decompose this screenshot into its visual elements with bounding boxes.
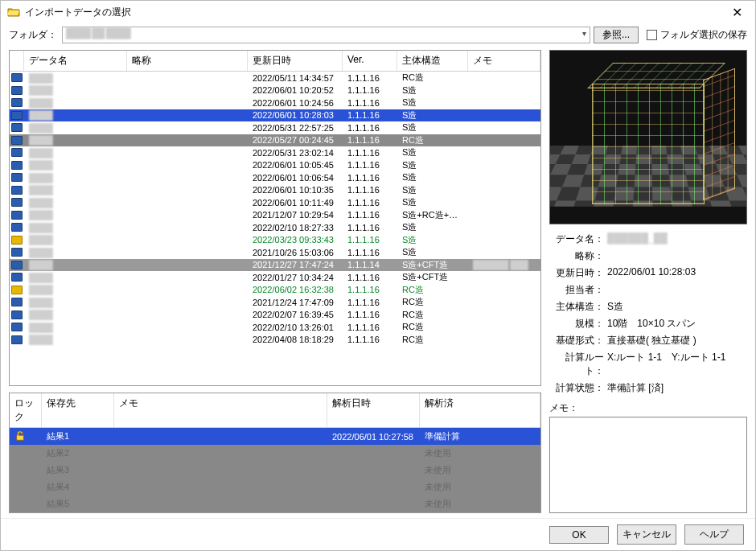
table-row[interactable]: ████2021/12/07 10:29:541.1.1.16S造+RC造+SR… <box>10 209 540 222</box>
file-icon <box>11 223 23 232</box>
col-struct[interactable]: 主体構造 <box>397 51 468 71</box>
col-lock[interactable]: ロック <box>10 393 42 427</box>
col-adate[interactable]: 解析日時 <box>327 393 420 427</box>
folder-path-combo[interactable]: ████ ██ ████ <box>62 27 590 43</box>
result-row[interactable]: 結果12022/06/01 10:27:58準備計算 <box>10 428 540 445</box>
file-icon <box>11 98 23 107</box>
result-row: 結果4未使用 <box>10 479 540 495</box>
file-icon <box>11 310 23 319</box>
table-row[interactable]: ████2022/06/02 16:32:381.1.1.16RC造 <box>10 284 540 297</box>
file-icon <box>11 111 23 120</box>
ok-button[interactable]: OK <box>549 526 609 544</box>
col-rmemo[interactable]: メモ <box>114 393 327 427</box>
model-preview <box>549 50 747 224</box>
table-row[interactable]: ████2022/04/08 18:18:291.1.1.16RC造 <box>10 334 540 347</box>
table-row[interactable]: ████2022/05/31 22:57:251.1.1.16S造 <box>10 121 540 134</box>
table-row[interactable]: ████2022/02/10 13:26:011.1.1.16RC造 <box>10 321 540 334</box>
file-icon <box>11 236 23 245</box>
file-icon <box>11 323 23 331</box>
table-row[interactable]: ████2022/05/27 00:24:451.1.1.16RC造 <box>10 134 540 147</box>
table-row[interactable]: ████2022/06/01 10:20:521.1.1.16S造 <box>10 84 540 97</box>
table-row[interactable]: ████2021/10/26 15:03:061.1.1.16S造 <box>10 246 540 259</box>
details-panel: データ名：██████_██ 略称： 更新日時：2022/06/01 10:28… <box>549 231 747 397</box>
file-icon <box>11 148 23 157</box>
cancel-button[interactable]: キャンセル <box>617 524 676 545</box>
col-save[interactable]: 保存先 <box>42 393 114 427</box>
close-icon[interactable]: ✕ <box>725 3 749 22</box>
folder-label: フォルダ： <box>9 28 57 42</box>
unlock-icon <box>14 430 26 442</box>
memo-textarea[interactable] <box>549 417 747 513</box>
file-icon <box>11 86 23 95</box>
table-row[interactable]: ████2022/01/27 10:34:241.1.1.16S造+CFT造 <box>10 271 540 284</box>
browse-button[interactable]: 参照... <box>594 27 639 43</box>
data-table[interactable]: データ名 略称 更新日時 Ver. 主体構造 メモ ████2022/05/11… <box>9 50 541 386</box>
memo-label: メモ： <box>549 401 747 415</box>
table-row[interactable]: ████2022/06/01 10:10:351.1.1.16S造 <box>10 184 540 197</box>
table-row[interactable]: ████2022/06/01 10:28:031.1.1.16S造 <box>10 109 540 122</box>
col-abbr[interactable]: 略称 <box>127 51 248 71</box>
result-row: 結果3未使用 <box>10 462 540 479</box>
table-row[interactable]: ████2022/02/07 16:39:451.1.1.16RC造 <box>10 309 540 322</box>
file-icon <box>11 273 23 282</box>
results-table[interactable]: ロック 保存先 メモ 解析日時 解析済 結果12022/06/01 10:27:… <box>9 393 541 513</box>
file-icon <box>11 286 23 294</box>
col-data[interactable]: データ名 <box>24 51 127 71</box>
help-button[interactable]: ヘルプ <box>684 524 744 545</box>
table-row[interactable]: ████2022/06/01 10:11:491.1.1.16S造 <box>10 196 540 209</box>
table-row[interactable]: ████2022/06/01 10:05:451.1.1.16S造 <box>10 159 540 172</box>
col-done[interactable]: 解析済 <box>420 393 540 427</box>
file-icon <box>11 136 23 145</box>
file-icon <box>11 198 23 207</box>
table-row[interactable]: ████2022/02/10 18:27:331.1.1.16S造 <box>10 221 540 234</box>
save-folder-checkbox[interactable]: フォルダ選択の保存 <box>647 28 747 42</box>
col-date[interactable]: 更新日時 <box>248 51 343 71</box>
col-ver[interactable]: Ver. <box>343 51 397 71</box>
file-icon <box>11 186 23 195</box>
result-row: 結果5未使用 <box>10 495 540 512</box>
result-row: 結果2未使用 <box>10 445 540 462</box>
window-title: インポートデータの選択 <box>25 6 725 19</box>
file-icon <box>11 161 23 170</box>
table-row[interactable]: ████2022/05/11 14:34:571.1.1.16RC造 <box>10 72 540 84</box>
file-icon <box>11 298 23 306</box>
file-icon <box>11 261 23 269</box>
col-memo[interactable]: メモ <box>468 51 540 71</box>
table-row[interactable]: ████2022/06/01 10:24:561.1.1.16S造 <box>10 97 540 109</box>
file-icon <box>11 248 23 257</box>
table-row[interactable]: ████2022/06/01 10:06:541.1.1.16S造 <box>10 171 540 184</box>
folder-open-icon <box>7 6 20 19</box>
file-icon <box>11 335 23 344</box>
table-row[interactable]: ████2022/05/31 23:02:141.1.1.16S造 <box>10 146 540 159</box>
file-icon <box>11 73 23 82</box>
table-row[interactable]: ████2021/12/24 17:47:091.1.1.16RC造 <box>10 296 540 309</box>
file-icon <box>11 123 23 132</box>
table-row[interactable]: ████2022/03/23 09:33:431.1.1.16S造 <box>10 234 540 247</box>
file-icon <box>11 173 23 182</box>
table-row[interactable]: ████2021/12/27 17:47:241.1.1.14S造+CFT造██… <box>10 259 540 272</box>
file-icon <box>11 211 23 220</box>
